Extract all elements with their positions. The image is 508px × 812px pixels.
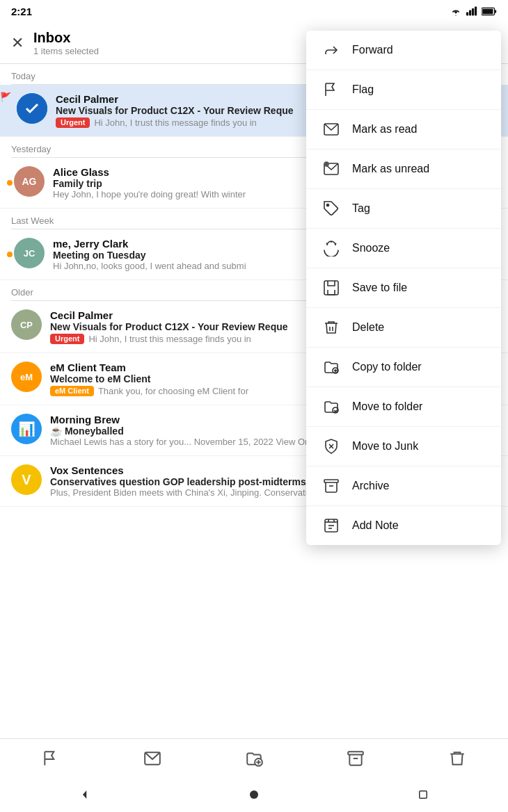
menu-mark-read[interactable]: Mark as read — [306, 110, 501, 149]
menu-add-note-label: Add Note — [352, 519, 399, 532]
menu-flag-label: Flag — [352, 83, 374, 96]
mark-unread-icon — [322, 159, 341, 179]
menu-mark-unread-label: Mark as unread — [352, 163, 429, 175]
menu-tag-label: Tag — [352, 202, 370, 215]
menu-forward-label: Forward — [352, 44, 393, 56]
archive-menu-icon — [322, 476, 341, 496]
menu-delete[interactable]: Delete — [306, 308, 501, 348]
menu-add-note[interactable]: Add Note — [306, 506, 501, 545]
move-junk-icon — [322, 437, 341, 456]
menu-move-folder-label: Move to folder — [352, 400, 422, 413]
menu-snooze-label: Snooze — [352, 242, 390, 254]
menu-forward[interactable]: Forward — [306, 31, 501, 70]
menu-mark-unread[interactable]: Mark as unread — [306, 149, 501, 189]
menu-move-junk[interactable]: Move to Junk — [306, 427, 501, 466]
delete-menu-icon — [322, 318, 341, 337]
menu-tag[interactable]: Tag — [306, 189, 501, 229]
tag-menu-icon — [322, 199, 341, 218]
menu-move-junk-label: Move to Junk — [352, 440, 418, 453]
svg-rect-21 — [324, 281, 338, 295]
snooze-icon — [322, 238, 341, 258]
mark-read-icon — [322, 120, 341, 139]
menu-flag[interactable]: Flag — [306, 70, 501, 110]
menu-archive-label: Archive — [352, 480, 389, 492]
menu-archive[interactable]: Archive — [306, 466, 501, 506]
menu-mark-read-label: Mark as read — [352, 123, 417, 136]
menu-copy-folder[interactable]: Copy to folder — [306, 348, 501, 387]
forward-icon — [322, 40, 341, 60]
svg-rect-30 — [324, 480, 338, 482]
menu-snooze[interactable]: Snooze — [306, 229, 501, 268]
menu-move-folder[interactable]: Move to folder — [306, 387, 501, 427]
add-note-icon — [322, 516, 341, 535]
menu-save-file[interactable]: Save to file — [306, 268, 501, 308]
flag-menu-icon — [322, 80, 341, 99]
menu-copy-folder-label: Copy to folder — [352, 361, 422, 373]
dropdown-menu: Forward Flag Mark as read Mark as unread — [306, 31, 501, 545]
menu-save-file-label: Save to file — [352, 282, 407, 294]
svg-point-19 — [327, 204, 329, 206]
dropdown-overlay[interactable]: Forward Flag Mark as read Mark as unread — [0, 0, 508, 812]
svg-point-18 — [324, 162, 328, 166]
move-folder-icon — [322, 397, 341, 416]
save-file-icon — [322, 278, 341, 298]
copy-folder-icon — [322, 357, 341, 377]
menu-delete-label: Delete — [352, 321, 384, 334]
